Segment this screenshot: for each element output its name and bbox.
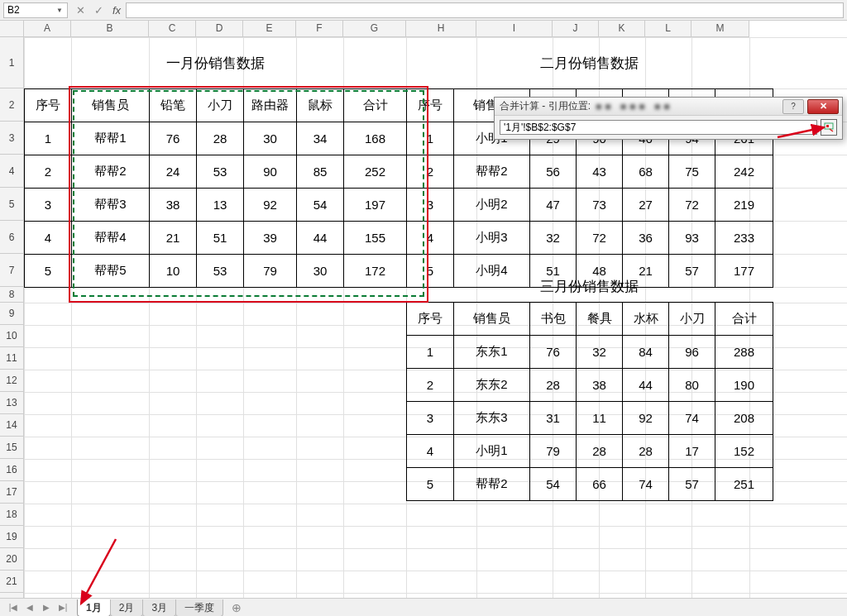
table-mar-cell[interactable]: 小明1: [454, 435, 530, 468]
cancel-icon[interactable]: ✕: [71, 2, 89, 19]
row-header-6[interactable]: 6: [0, 221, 24, 254]
table-mar-cell[interactable]: 11: [577, 402, 623, 435]
table-jan-cell[interactable]: 92: [244, 189, 297, 222]
table-jan-cell[interactable]: 54: [297, 189, 344, 222]
table-jan-cell[interactable]: 2: [25, 155, 72, 189]
column-header-C[interactable]: C: [149, 21, 196, 37]
row-header-18[interactable]: 18: [0, 504, 24, 526]
table-feb-cell[interactable]: 32: [530, 222, 577, 255]
table-mar-cell[interactable]: 32: [577, 336, 623, 369]
table-jan-cell[interactable]: 帮帮5: [72, 255, 150, 288]
table-mar-cell[interactable]: 96: [669, 336, 715, 369]
table-mar-cell[interactable]: 28: [530, 369, 577, 402]
table-mar-cell[interactable]: 66: [577, 468, 623, 501]
table-jan-cell[interactable]: 34: [297, 122, 344, 155]
column-header-G[interactable]: G: [343, 21, 406, 37]
table-feb-cell[interactable]: 219: [715, 189, 773, 222]
table-jan-cell[interactable]: 168: [344, 122, 407, 155]
table-jan-cell[interactable]: 帮帮4: [72, 222, 150, 255]
table-jan-cell[interactable]: 28: [197, 122, 244, 155]
column-header-M[interactable]: M: [691, 21, 749, 37]
table-mar-cell[interactable]: 东东1: [454, 336, 530, 369]
table-mar-cell[interactable]: 57: [669, 468, 715, 501]
column-header-F[interactable]: F: [296, 21, 343, 37]
dialog-close-button[interactable]: ✕: [807, 99, 839, 114]
table-mar-cell[interactable]: 帮帮2: [454, 468, 530, 501]
table-feb-cell[interactable]: 68: [623, 155, 669, 189]
table-mar-cell[interactable]: 54: [530, 468, 577, 501]
table-feb-cell[interactable]: 小明3: [454, 222, 530, 255]
table-jan-cell[interactable]: 85: [297, 155, 344, 189]
row-header-20[interactable]: 20: [0, 548, 24, 571]
column-header-E[interactable]: E: [243, 21, 296, 37]
table-jan-cell[interactable]: 13: [197, 189, 244, 222]
table-jan-cell[interactable]: 76: [150, 122, 197, 155]
table-feb-cell[interactable]: 1: [407, 122, 454, 155]
row-header-15[interactable]: 15: [0, 437, 24, 459]
table-jan-cell[interactable]: 帮帮2: [72, 155, 150, 189]
table-feb-cell[interactable]: 56: [530, 155, 577, 189]
row-header-8[interactable]: 8: [0, 287, 24, 303]
column-header-I[interactable]: I: [476, 21, 553, 37]
table-feb-cell[interactable]: 233: [715, 222, 773, 255]
table-jan-cell[interactable]: 10: [150, 255, 197, 288]
table-jan-cell[interactable]: 38: [150, 189, 197, 222]
table-mar-cell[interactable]: 251: [715, 468, 773, 501]
row-header-3[interactable]: 3: [0, 122, 24, 155]
table-feb-cell[interactable]: 小明2: [454, 189, 530, 222]
table-jan-cell[interactable]: 172: [344, 255, 407, 288]
table-mar-cell[interactable]: 5: [407, 468, 454, 501]
table-mar-cell[interactable]: 17: [669, 435, 715, 468]
table-feb-cell[interactable]: 93: [669, 222, 715, 255]
table-mar-cell[interactable]: 79: [530, 435, 577, 468]
sheet-tab-一季度[interactable]: 一季度: [175, 599, 223, 616]
table-jan-cell[interactable]: 4: [25, 222, 72, 255]
column-header-L[interactable]: L: [645, 21, 691, 37]
table-feb-cell[interactable]: 2: [407, 155, 454, 189]
table-jan-cell[interactable]: 44: [297, 222, 344, 255]
table-mar-cell[interactable]: 152: [715, 435, 773, 468]
select-all-corner[interactable]: [0, 21, 24, 37]
row-header-11[interactable]: 11: [0, 347, 24, 370]
table-mar-cell[interactable]: 38: [577, 369, 623, 402]
table-jan-cell[interactable]: 30: [244, 122, 297, 155]
row-header-13[interactable]: 13: [0, 392, 24, 414]
row-header-19[interactable]: 19: [0, 526, 24, 548]
range-picker-button[interactable]: [821, 119, 837, 136]
table-jan-cell[interactable]: 53: [197, 155, 244, 189]
table-mar-cell[interactable]: 76: [530, 336, 577, 369]
table-jan-cell[interactable]: 24: [150, 155, 197, 189]
table-mar-cell[interactable]: 东东3: [454, 402, 530, 435]
table-mar-cell[interactable]: 208: [715, 402, 773, 435]
table-mar-cell[interactable]: 74: [623, 468, 669, 501]
column-header-H[interactable]: H: [406, 21, 476, 37]
table-mar-cell[interactable]: 2: [407, 369, 454, 402]
dialog-help-button[interactable]: ?: [782, 99, 804, 114]
row-header-10[interactable]: 10: [0, 325, 24, 347]
table-jan-cell[interactable]: 197: [344, 189, 407, 222]
table-jan-cell[interactable]: 252: [344, 155, 407, 189]
table-feb-cell[interactable]: 75: [669, 155, 715, 189]
table-mar-cell[interactable]: 31: [530, 402, 577, 435]
row-header-4[interactable]: 4: [0, 155, 24, 188]
table-jan-cell[interactable]: 帮帮3: [72, 189, 150, 222]
fx-icon[interactable]: fx: [108, 2, 126, 19]
table-jan-cell[interactable]: 53: [197, 255, 244, 288]
sheet-tab-2月[interactable]: 2月: [110, 599, 144, 616]
dialog-titlebar[interactable]: 合并计算 - 引用位置: ■■ ■■■ ■■ ? ✕: [495, 98, 842, 116]
column-header-D[interactable]: D: [196, 21, 243, 37]
table-jan-cell[interactable]: 30: [297, 255, 344, 288]
table-feb-cell[interactable]: 242: [715, 155, 773, 189]
column-header-J[interactable]: J: [553, 21, 599, 37]
table-feb-cell[interactable]: 73: [577, 189, 623, 222]
table-feb-cell[interactable]: 72: [577, 222, 623, 255]
formula-input[interactable]: [126, 2, 844, 18]
table-mar-cell[interactable]: 3: [407, 402, 454, 435]
table-mar-cell[interactable]: 28: [577, 435, 623, 468]
table-jan-cell[interactable]: 51: [197, 222, 244, 255]
table-jan-cell[interactable]: 帮帮1: [72, 122, 150, 155]
table-jan-cell[interactable]: 5: [25, 255, 72, 288]
table-mar-cell[interactable]: 4: [407, 435, 454, 468]
name-box[interactable]: B2 ▼: [3, 2, 68, 18]
confirm-icon[interactable]: ✓: [89, 2, 108, 19]
